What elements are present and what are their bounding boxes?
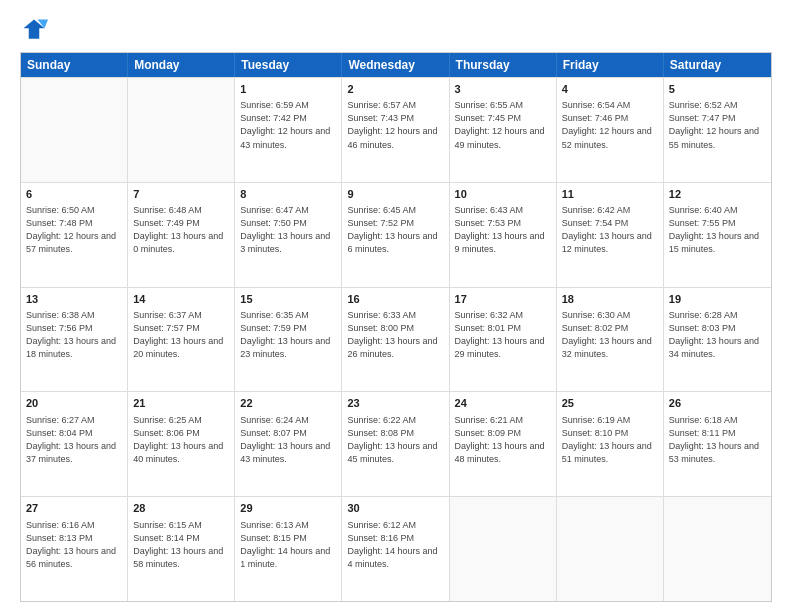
- calendar-day-cell: 15Sunrise: 6:35 AM Sunset: 7:59 PM Dayli…: [235, 288, 342, 392]
- calendar-day-cell: 17Sunrise: 6:32 AM Sunset: 8:01 PM Dayli…: [450, 288, 557, 392]
- calendar-day-cell: 7Sunrise: 6:48 AM Sunset: 7:49 PM Daylig…: [128, 183, 235, 287]
- day-number: 5: [669, 82, 766, 97]
- calendar-day-cell: 2Sunrise: 6:57 AM Sunset: 7:43 PM Daylig…: [342, 78, 449, 182]
- calendar-day-cell: 23Sunrise: 6:22 AM Sunset: 8:08 PM Dayli…: [342, 392, 449, 496]
- day-info: Sunrise: 6:59 AM Sunset: 7:42 PM Dayligh…: [240, 99, 336, 151]
- day-number: 16: [347, 292, 443, 307]
- calendar-day-cell: [21, 78, 128, 182]
- calendar-day-cell: 11Sunrise: 6:42 AM Sunset: 7:54 PM Dayli…: [557, 183, 664, 287]
- day-info: Sunrise: 6:12 AM Sunset: 8:16 PM Dayligh…: [347, 519, 443, 571]
- calendar-week-row: 1Sunrise: 6:59 AM Sunset: 7:42 PM Daylig…: [21, 77, 771, 182]
- day-info: Sunrise: 6:50 AM Sunset: 7:48 PM Dayligh…: [26, 204, 122, 256]
- calendar-day-cell: 6Sunrise: 6:50 AM Sunset: 7:48 PM Daylig…: [21, 183, 128, 287]
- calendar-day-cell: 16Sunrise: 6:33 AM Sunset: 8:00 PM Dayli…: [342, 288, 449, 392]
- day-number: 11: [562, 187, 658, 202]
- day-number: 19: [669, 292, 766, 307]
- day-number: 1: [240, 82, 336, 97]
- calendar-body: 1Sunrise: 6:59 AM Sunset: 7:42 PM Daylig…: [21, 77, 771, 601]
- day-number: 24: [455, 396, 551, 411]
- day-number: 17: [455, 292, 551, 307]
- calendar-day-cell: [128, 78, 235, 182]
- day-info: Sunrise: 6:33 AM Sunset: 8:00 PM Dayligh…: [347, 309, 443, 361]
- day-number: 26: [669, 396, 766, 411]
- day-number: 28: [133, 501, 229, 516]
- calendar-day-cell: 24Sunrise: 6:21 AM Sunset: 8:09 PM Dayli…: [450, 392, 557, 496]
- calendar-day-cell: 4Sunrise: 6:54 AM Sunset: 7:46 PM Daylig…: [557, 78, 664, 182]
- calendar-header-row: SundayMondayTuesdayWednesdayThursdayFrid…: [21, 53, 771, 77]
- day-info: Sunrise: 6:42 AM Sunset: 7:54 PM Dayligh…: [562, 204, 658, 256]
- day-number: 3: [455, 82, 551, 97]
- day-number: 13: [26, 292, 122, 307]
- calendar-day-cell: 30Sunrise: 6:12 AM Sunset: 8:16 PM Dayli…: [342, 497, 449, 601]
- calendar-day-cell: 19Sunrise: 6:28 AM Sunset: 8:03 PM Dayli…: [664, 288, 771, 392]
- calendar-header-cell: Tuesday: [235, 53, 342, 77]
- calendar-day-cell: [664, 497, 771, 601]
- logo-icon: [20, 16, 48, 44]
- calendar-day-cell: 26Sunrise: 6:18 AM Sunset: 8:11 PM Dayli…: [664, 392, 771, 496]
- day-info: Sunrise: 6:45 AM Sunset: 7:52 PM Dayligh…: [347, 204, 443, 256]
- day-info: Sunrise: 6:19 AM Sunset: 8:10 PM Dayligh…: [562, 414, 658, 466]
- calendar-day-cell: 9Sunrise: 6:45 AM Sunset: 7:52 PM Daylig…: [342, 183, 449, 287]
- calendar-week-row: 6Sunrise: 6:50 AM Sunset: 7:48 PM Daylig…: [21, 182, 771, 287]
- day-info: Sunrise: 6:43 AM Sunset: 7:53 PM Dayligh…: [455, 204, 551, 256]
- day-info: Sunrise: 6:40 AM Sunset: 7:55 PM Dayligh…: [669, 204, 766, 256]
- calendar-day-cell: 5Sunrise: 6:52 AM Sunset: 7:47 PM Daylig…: [664, 78, 771, 182]
- day-number: 21: [133, 396, 229, 411]
- day-number: 30: [347, 501, 443, 516]
- day-number: 4: [562, 82, 658, 97]
- calendar-header-cell: Saturday: [664, 53, 771, 77]
- day-number: 8: [240, 187, 336, 202]
- day-number: 25: [562, 396, 658, 411]
- calendar-day-cell: 10Sunrise: 6:43 AM Sunset: 7:53 PM Dayli…: [450, 183, 557, 287]
- calendar-header-cell: Friday: [557, 53, 664, 77]
- day-info: Sunrise: 6:30 AM Sunset: 8:02 PM Dayligh…: [562, 309, 658, 361]
- calendar-day-cell: 13Sunrise: 6:38 AM Sunset: 7:56 PM Dayli…: [21, 288, 128, 392]
- day-number: 9: [347, 187, 443, 202]
- header: [20, 16, 772, 44]
- calendar-week-row: 27Sunrise: 6:16 AM Sunset: 8:13 PM Dayli…: [21, 496, 771, 601]
- day-info: Sunrise: 6:35 AM Sunset: 7:59 PM Dayligh…: [240, 309, 336, 361]
- calendar-day-cell: 12Sunrise: 6:40 AM Sunset: 7:55 PM Dayli…: [664, 183, 771, 287]
- calendar-week-row: 20Sunrise: 6:27 AM Sunset: 8:04 PM Dayli…: [21, 391, 771, 496]
- day-number: 18: [562, 292, 658, 307]
- calendar-day-cell: [450, 497, 557, 601]
- page: SundayMondayTuesdayWednesdayThursdayFrid…: [0, 0, 792, 612]
- day-info: Sunrise: 6:13 AM Sunset: 8:15 PM Dayligh…: [240, 519, 336, 571]
- calendar: SundayMondayTuesdayWednesdayThursdayFrid…: [20, 52, 772, 602]
- calendar-day-cell: [557, 497, 664, 601]
- calendar-day-cell: 14Sunrise: 6:37 AM Sunset: 7:57 PM Dayli…: [128, 288, 235, 392]
- day-info: Sunrise: 6:32 AM Sunset: 8:01 PM Dayligh…: [455, 309, 551, 361]
- day-info: Sunrise: 6:52 AM Sunset: 7:47 PM Dayligh…: [669, 99, 766, 151]
- calendar-header-cell: Thursday: [450, 53, 557, 77]
- logo: [20, 16, 52, 44]
- day-number: 22: [240, 396, 336, 411]
- calendar-day-cell: 20Sunrise: 6:27 AM Sunset: 8:04 PM Dayli…: [21, 392, 128, 496]
- day-number: 2: [347, 82, 443, 97]
- day-info: Sunrise: 6:28 AM Sunset: 8:03 PM Dayligh…: [669, 309, 766, 361]
- day-info: Sunrise: 6:37 AM Sunset: 7:57 PM Dayligh…: [133, 309, 229, 361]
- calendar-day-cell: 21Sunrise: 6:25 AM Sunset: 8:06 PM Dayli…: [128, 392, 235, 496]
- day-number: 27: [26, 501, 122, 516]
- calendar-week-row: 13Sunrise: 6:38 AM Sunset: 7:56 PM Dayli…: [21, 287, 771, 392]
- day-info: Sunrise: 6:57 AM Sunset: 7:43 PM Dayligh…: [347, 99, 443, 151]
- day-info: Sunrise: 6:38 AM Sunset: 7:56 PM Dayligh…: [26, 309, 122, 361]
- calendar-header-cell: Monday: [128, 53, 235, 77]
- calendar-header-cell: Sunday: [21, 53, 128, 77]
- day-info: Sunrise: 6:27 AM Sunset: 8:04 PM Dayligh…: [26, 414, 122, 466]
- day-info: Sunrise: 6:55 AM Sunset: 7:45 PM Dayligh…: [455, 99, 551, 151]
- calendar-day-cell: 1Sunrise: 6:59 AM Sunset: 7:42 PM Daylig…: [235, 78, 342, 182]
- day-number: 15: [240, 292, 336, 307]
- day-number: 20: [26, 396, 122, 411]
- day-number: 7: [133, 187, 229, 202]
- day-info: Sunrise: 6:24 AM Sunset: 8:07 PM Dayligh…: [240, 414, 336, 466]
- day-info: Sunrise: 6:15 AM Sunset: 8:14 PM Dayligh…: [133, 519, 229, 571]
- day-info: Sunrise: 6:18 AM Sunset: 8:11 PM Dayligh…: [669, 414, 766, 466]
- day-info: Sunrise: 6:48 AM Sunset: 7:49 PM Dayligh…: [133, 204, 229, 256]
- calendar-day-cell: 8Sunrise: 6:47 AM Sunset: 7:50 PM Daylig…: [235, 183, 342, 287]
- day-number: 10: [455, 187, 551, 202]
- day-number: 12: [669, 187, 766, 202]
- calendar-header-cell: Wednesday: [342, 53, 449, 77]
- day-info: Sunrise: 6:47 AM Sunset: 7:50 PM Dayligh…: [240, 204, 336, 256]
- day-info: Sunrise: 6:54 AM Sunset: 7:46 PM Dayligh…: [562, 99, 658, 151]
- calendar-day-cell: 28Sunrise: 6:15 AM Sunset: 8:14 PM Dayli…: [128, 497, 235, 601]
